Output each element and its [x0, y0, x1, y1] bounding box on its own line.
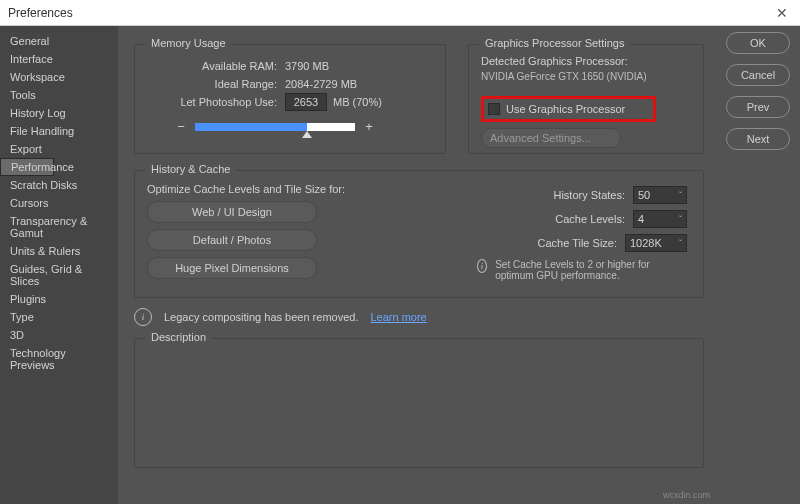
- ideal-range-value: 2084-2729 MB: [285, 78, 357, 90]
- sidebar-item-3d[interactable]: 3D: [0, 326, 118, 344]
- sidebar-item-cursors[interactable]: Cursors: [0, 194, 118, 212]
- panel-title-gpu: Graphics Processor Settings: [479, 37, 630, 49]
- panel-title-history: History & Cache: [145, 163, 236, 175]
- sidebar-item-tools[interactable]: Tools: [0, 86, 118, 104]
- preferences-window: Preferences ✕ General Interface Workspac…: [0, 0, 800, 504]
- let-photoshop-use-unit: MB (70%): [333, 96, 382, 108]
- sidebar-item-history-log[interactable]: History Log: [0, 104, 118, 122]
- preset-default-button[interactable]: Default / Photos: [147, 229, 317, 251]
- main-panel: Memory Usage Available RAM: 3790 MB Idea…: [118, 26, 716, 504]
- ok-button[interactable]: OK: [726, 32, 790, 54]
- let-photoshop-use-input[interactable]: [285, 93, 327, 111]
- slider-plus-icon[interactable]: +: [363, 119, 375, 134]
- history-states-select[interactable]: 50ˇ: [633, 186, 687, 204]
- history-states-label: History States:: [553, 189, 625, 201]
- memory-slider[interactable]: [195, 123, 355, 131]
- preset-huge-button[interactable]: Huge Pixel Dimensions: [147, 257, 317, 279]
- sidebar: General Interface Workspace Tools Histor…: [0, 26, 118, 504]
- sidebar-item-file-handling[interactable]: File Handling: [0, 122, 118, 140]
- use-gpu-checkbox[interactable]: [488, 103, 500, 115]
- cache-tile-size-label: Cache Tile Size:: [538, 237, 617, 249]
- available-ram-value: 3790 MB: [285, 60, 329, 72]
- sidebar-item-scratch-disks[interactable]: Scratch Disks: [0, 176, 118, 194]
- chevron-down-icon: ˇ: [679, 214, 682, 224]
- cache-tile-size-select[interactable]: 1028Kˇ: [625, 234, 687, 252]
- memory-usage-panel: Memory Usage Available RAM: 3790 MB Idea…: [134, 44, 446, 154]
- chevron-down-icon: ˇ: [679, 238, 682, 248]
- sidebar-item-interface[interactable]: Interface: [0, 50, 118, 68]
- next-button[interactable]: Next: [726, 128, 790, 150]
- sidebar-item-general[interactable]: General: [0, 32, 118, 50]
- description-panel: Description: [134, 338, 704, 468]
- sidebar-item-workspace[interactable]: Workspace: [0, 68, 118, 86]
- sidebar-item-tech-previews[interactable]: Technology Previews: [0, 344, 118, 374]
- panel-title-memory: Memory Usage: [145, 37, 232, 49]
- learn-more-link[interactable]: Learn more: [370, 311, 426, 323]
- cache-levels-label: Cache Levels:: [555, 213, 625, 225]
- info-icon: i: [134, 308, 152, 326]
- use-gpu-highlight: Use Graphics Processor: [481, 96, 656, 122]
- sidebar-item-transparency[interactable]: Transparency & Gamut: [0, 212, 118, 242]
- sidebar-item-plugins[interactable]: Plugins: [0, 290, 118, 308]
- legacy-text: Legacy compositing has been removed.: [164, 311, 358, 323]
- preset-web-button[interactable]: Web / UI Design: [147, 201, 317, 223]
- titlebar: Preferences ✕: [0, 0, 800, 26]
- close-icon[interactable]: ✕: [772, 5, 792, 21]
- legacy-notice: i Legacy compositing has been removed. L…: [134, 308, 427, 326]
- detected-gpu-value: NVIDIA GeForce GTX 1650 (NVIDIA): [481, 71, 691, 82]
- window-title: Preferences: [8, 6, 772, 20]
- use-gpu-label: Use Graphics Processor: [506, 103, 625, 115]
- prev-button[interactable]: Prev: [726, 96, 790, 118]
- watermark: wcxdin.com: [663, 490, 710, 500]
- let-photoshop-use-label: Let Photoshop Use:: [135, 96, 285, 108]
- dialog-buttons: OK Cancel Prev Next: [716, 26, 800, 504]
- slider-fill: [195, 123, 307, 131]
- chevron-down-icon: ˇ: [679, 190, 682, 200]
- sidebar-item-units[interactable]: Units & Rulers: [0, 242, 118, 260]
- detected-gpu-label: Detected Graphics Processor:: [481, 55, 691, 67]
- sidebar-item-guides[interactable]: Guides, Grid & Slices: [0, 260, 118, 290]
- sidebar-item-type[interactable]: Type: [0, 308, 118, 326]
- gpu-settings-panel: Graphics Processor Settings Detected Gra…: [468, 44, 704, 154]
- cache-levels-select[interactable]: 4ˇ: [633, 210, 687, 228]
- available-ram-label: Available RAM:: [135, 60, 285, 72]
- slider-thumb-icon[interactable]: [302, 131, 312, 138]
- slider-minus-icon[interactable]: −: [175, 119, 187, 134]
- ideal-range-label: Ideal Range:: [135, 78, 285, 90]
- cache-tip-text: Set Cache Levels to 2 or higher for opti…: [495, 259, 687, 281]
- sidebar-item-performance[interactable]: Performance: [0, 158, 54, 176]
- advanced-settings-button[interactable]: Advanced Settings...: [481, 128, 621, 148]
- history-cache-panel: History & Cache Optimize Cache Levels an…: [134, 170, 704, 298]
- panel-title-description: Description: [145, 331, 212, 343]
- cancel-button[interactable]: Cancel: [726, 64, 790, 86]
- info-icon: i: [477, 259, 487, 273]
- sidebar-item-export[interactable]: Export: [0, 140, 118, 158]
